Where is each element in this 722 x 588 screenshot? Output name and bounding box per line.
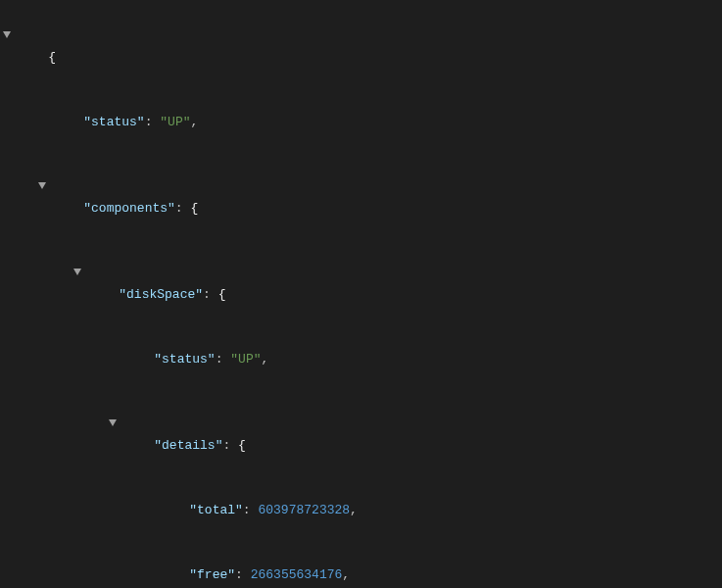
json-key: "diskSpace" xyxy=(119,287,203,302)
toggle-icon[interactable] xyxy=(106,414,120,435)
json-viewer: { "status": "UP", "components": { "diskS… xyxy=(0,0,722,588)
json-number: 266355634176 xyxy=(251,567,343,582)
toggle-icon[interactable] xyxy=(0,25,14,47)
json-string: "UP" xyxy=(160,115,190,129)
json-line: "components": { xyxy=(35,155,722,241)
svg-marker-1 xyxy=(38,182,46,189)
toggle-icon[interactable] xyxy=(35,176,49,198)
json-line: "details": { xyxy=(106,392,722,478)
json-line: "total": 603978723328, xyxy=(141,478,722,543)
json-key: "status" xyxy=(83,115,144,129)
json-number: 603978723328 xyxy=(258,503,350,517)
json-key: "details" xyxy=(154,438,222,453)
brace-open: { xyxy=(48,50,56,65)
json-line: "status": "UP", xyxy=(106,327,722,392)
svg-marker-2 xyxy=(73,269,81,275)
json-key: "free" xyxy=(189,567,235,582)
svg-marker-0 xyxy=(3,31,11,38)
svg-marker-3 xyxy=(109,419,117,426)
toggle-icon[interactable] xyxy=(71,263,84,284)
json-key: "status" xyxy=(154,352,215,367)
json-key: "total" xyxy=(189,503,243,517)
json-line: { xyxy=(0,4,722,90)
json-string: "UP" xyxy=(230,352,261,367)
json-key: "components" xyxy=(83,201,175,216)
json-line: "diskSpace": { xyxy=(71,241,722,327)
json-line: "free": 266355634176, xyxy=(141,543,722,588)
json-line: "status": "UP", xyxy=(35,90,722,155)
